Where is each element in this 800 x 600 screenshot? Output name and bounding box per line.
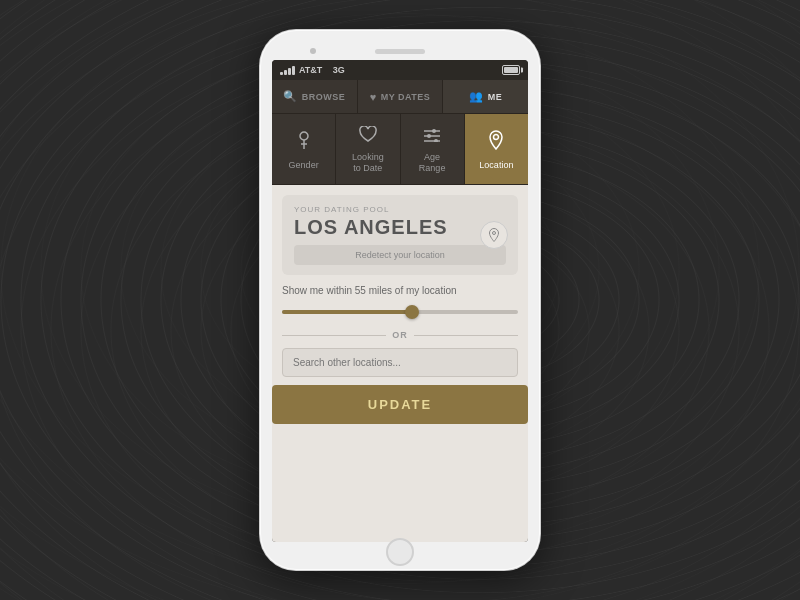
status-bar: AT&T 3G xyxy=(272,60,528,80)
main-content: YOUR DATING POOL LOS ANGELES Redetect yo… xyxy=(272,185,528,542)
filter-location[interactable]: Location xyxy=(465,114,528,184)
dating-pool-card: YOUR DATING POOL LOS ANGELES Redetect yo… xyxy=(282,195,518,275)
or-divider: OR xyxy=(282,330,518,340)
people-icon: 👥 xyxy=(469,90,484,103)
svg-point-6 xyxy=(427,134,431,138)
tab-my-dates-label: MY DATES xyxy=(381,92,431,102)
location-icon xyxy=(489,130,503,155)
signal-bar-2 xyxy=(284,70,287,75)
or-line-left xyxy=(282,335,386,336)
range-section: Show me within 55 miles of my location xyxy=(282,283,518,322)
range-label-suffix: miles of my location xyxy=(366,285,457,296)
filter-age-range[interactable]: AgeRange xyxy=(401,114,465,184)
phone-shell: AT&T 3G 🔍 BROWSE ♥ MY DATES 👥 ME xyxy=(260,30,540,570)
slider-thumb[interactable] xyxy=(405,305,419,319)
slider-fill xyxy=(282,310,412,314)
status-left: AT&T 3G xyxy=(280,65,345,75)
heart-icon: ♥ xyxy=(370,91,377,103)
redetect-button[interactable]: Redetect your location xyxy=(294,245,506,265)
signal-bar-1 xyxy=(280,72,283,75)
filter-gender[interactable]: Gender xyxy=(272,114,336,184)
update-button[interactable]: UPDATE xyxy=(272,385,528,424)
slider-track xyxy=(282,310,518,314)
battery-fill xyxy=(504,67,518,73)
age-range-icon xyxy=(423,126,441,147)
tab-browse-label: BROWSE xyxy=(302,92,346,102)
svg-point-0 xyxy=(300,132,308,140)
search-location-input[interactable] xyxy=(282,348,518,377)
dating-pool-label: YOUR DATING POOL xyxy=(294,205,506,214)
range-label: Show me within 55 miles of my location xyxy=(282,285,518,296)
svg-point-4 xyxy=(432,129,436,133)
tab-me-label: ME xyxy=(488,92,503,102)
signal-bar-4 xyxy=(292,66,295,75)
phone-top-bar xyxy=(272,42,528,60)
battery-icon xyxy=(502,65,520,75)
filter-looking-label: Lookingto Date xyxy=(352,152,384,174)
slider-container[interactable] xyxy=(282,304,518,320)
filter-looking-to-date[interactable]: Lookingto Date xyxy=(336,114,400,184)
phone-bottom-bar xyxy=(272,542,528,558)
home-button[interactable] xyxy=(386,538,414,566)
or-line-right xyxy=(414,335,518,336)
signal-bar-3 xyxy=(288,68,291,75)
gender-icon xyxy=(297,130,311,155)
location-pin-button[interactable] xyxy=(480,221,508,249)
range-label-prefix: Show me within xyxy=(282,285,355,296)
tab-browse[interactable]: 🔍 BROWSE xyxy=(272,80,358,113)
filter-age-label: AgeRange xyxy=(419,152,446,174)
phone-camera xyxy=(310,48,316,54)
tab-me[interactable]: 👥 ME xyxy=(443,80,528,113)
nav-tabs: 🔍 BROWSE ♥ MY DATES 👥 ME xyxy=(272,80,528,114)
or-text: OR xyxy=(392,330,408,340)
filter-location-label: Location xyxy=(479,160,513,171)
looking-to-date-icon xyxy=(359,126,377,147)
filter-tiles-wrapper: Gender Lookingto Date xyxy=(272,114,528,185)
carrier-label: AT&T xyxy=(299,65,322,75)
svg-point-8 xyxy=(434,139,438,142)
dating-pool-city: LOS ANGELES xyxy=(294,216,506,239)
svg-point-9 xyxy=(494,134,499,139)
filter-tiles: Gender Lookingto Date xyxy=(272,114,528,185)
network-label: 3G xyxy=(333,65,345,75)
tab-my-dates[interactable]: ♥ MY DATES xyxy=(358,80,444,113)
signal-bars xyxy=(280,65,295,75)
svg-point-10 xyxy=(493,232,496,235)
filter-gender-label: Gender xyxy=(289,160,319,171)
phone-speaker xyxy=(375,49,425,54)
phone-screen: AT&T 3G 🔍 BROWSE ♥ MY DATES 👥 ME xyxy=(272,60,528,542)
range-miles: 55 xyxy=(355,285,366,296)
browse-icon: 🔍 xyxy=(283,90,298,103)
